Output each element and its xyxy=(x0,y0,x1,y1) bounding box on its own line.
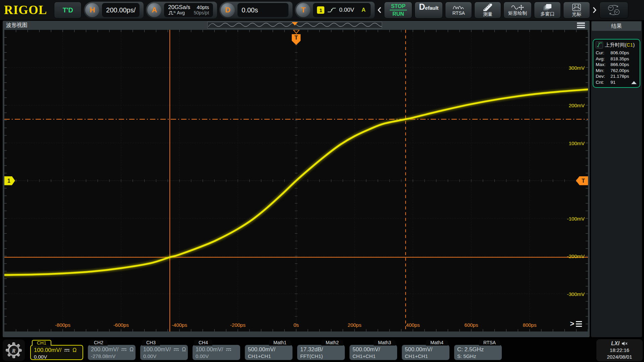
rigol-logo: RIGOL xyxy=(4,1,47,19)
channel-offset: -278.08mV xyxy=(91,353,132,359)
channel-scale: 500.00mV/ xyxy=(405,346,432,353)
channel-card[interactable]: CH2 200.00mV/ Ω -278. xyxy=(88,340,136,360)
channel-scale: 500.00mV/ xyxy=(353,346,380,353)
window-title: 波形视图 xyxy=(6,22,28,29)
swap-icon xyxy=(606,4,621,16)
channel-scale: 100.00mV/ xyxy=(34,346,61,354)
channel-offset: 0.00V xyxy=(34,354,79,360)
channel-scale: 500.00mV/ xyxy=(248,346,275,353)
waveform-overview-strip[interactable] xyxy=(207,22,382,28)
channel-card[interactable]: Math4 500.00mV/ CH1+ xyxy=(402,340,449,360)
rect-draw-icon xyxy=(511,5,524,10)
delay-value: 0.00s xyxy=(241,6,258,14)
channel-card[interactable]: CH4 100.00mV/ 0.00V xyxy=(193,340,240,360)
channel-scale: C: 2.5GHz xyxy=(457,346,484,353)
channel-card[interactable]: CH1 100.00mV/ Ω 0.00V xyxy=(30,340,83,360)
stop-run-button[interactable]: STOP RUN xyxy=(384,2,412,18)
trigger-level: 0.00V xyxy=(339,7,354,13)
rtsa-button[interactable]: RTSA xyxy=(445,2,472,18)
channel-tab[interactable]: CH1 xyxy=(32,340,51,346)
measurement-row: Dev: 21.178ps xyxy=(596,73,637,79)
acquire-knob[interactable]: A xyxy=(147,3,161,17)
bottom-bar: R CH1 100.00mV/ xyxy=(0,339,644,362)
results-panel: 结果 上升时间(C1) Cur: 806.00ps xyxy=(591,21,642,337)
expand-menu-icon[interactable]: > xyxy=(570,320,582,327)
dc-coupling-icon xyxy=(226,348,231,351)
channel-tab[interactable]: CH3 xyxy=(142,340,160,346)
rise-time-icon xyxy=(596,41,603,49)
rect-draw-button[interactable]: 矩形绘制 xyxy=(503,2,532,18)
trigger-knob[interactable]: T xyxy=(296,3,310,17)
waveform-window: 波形视图 -800ps-600ps-400ps-200ps0s200ps400p… xyxy=(3,21,590,337)
channel-offset: CH1+CH1 xyxy=(248,353,289,359)
swap-view-button[interactable] xyxy=(599,2,628,18)
measure-button[interactable]: 测量 xyxy=(474,2,501,18)
stat-label: Max: xyxy=(596,62,610,68)
channel-tab[interactable]: Math1 xyxy=(269,340,291,346)
system-info[interactable]: LXI 18:22:16 2024/08/01 xyxy=(596,339,643,361)
channel-card[interactable]: Math1 500.00mV/ CH1+ xyxy=(245,340,292,360)
stat-value: 866.00ps xyxy=(610,62,629,68)
collapse-left-chevron[interactable] xyxy=(377,2,382,18)
impedance-label: Ω xyxy=(129,346,133,353)
horizontal-settings[interactable]: H 200.00ps/ xyxy=(84,2,144,18)
channel-tab[interactable]: Math2 xyxy=(321,340,343,346)
trigger-position-marker[interactable]: T xyxy=(292,30,301,45)
x-axis-label: -400ps xyxy=(172,322,187,328)
trigger-triangle-icon xyxy=(293,30,300,34)
multi-window-button[interactable]: 多窗口 xyxy=(534,2,561,18)
default-button[interactable]: D efault xyxy=(415,2,443,18)
trigger-status-button[interactable]: T'D xyxy=(54,2,82,18)
sample-rate: 20GSa/s xyxy=(168,4,190,10)
channel-card[interactable]: Math2 17.32dB/ FFT(C xyxy=(297,340,345,360)
x-axis-label: -200ps xyxy=(230,322,246,328)
stat-value: 762.00ps xyxy=(610,68,629,74)
channel-card[interactable]: CH3 100.00mV/ Ω 0.00V xyxy=(140,340,188,360)
dc-coupling-icon xyxy=(173,348,179,351)
dc-coupling-icon xyxy=(64,349,70,352)
channel-tab[interactable]: Math3 xyxy=(374,340,395,346)
horizontal-scale: 200.00ps/ xyxy=(106,6,136,14)
waveform-window-header: 波形视图 xyxy=(3,21,590,30)
speaker-muted-icon xyxy=(622,341,628,346)
x-axis-label: -600ps xyxy=(113,322,129,328)
results-header: 结果 xyxy=(592,21,641,31)
trigger-source-badge: 1 xyxy=(317,6,324,14)
channel-card[interactable]: Math3 500.00mV/ CH1+ xyxy=(350,340,397,360)
x-axis-label: 0s xyxy=(293,322,299,328)
channel-tab[interactable]: CH2 xyxy=(90,340,108,346)
delay-settings[interactable]: D 0.00s xyxy=(219,2,292,18)
delay-knob[interactable]: D xyxy=(221,3,235,17)
channel-tab[interactable]: CH4 xyxy=(194,340,212,346)
stat-label: Avg: xyxy=(596,56,610,62)
trigger-settings[interactable]: T 1 0.00V A xyxy=(295,2,375,18)
measurement-card[interactable]: 上升时间(C1) Cur: 806.00ps Avg: 818.35ps xyxy=(593,39,640,88)
trigger-flag-icon: T xyxy=(292,34,301,45)
expand-right-chevron[interactable] xyxy=(592,2,597,18)
waveform-plot[interactable]: -800ps-600ps-400ps-200ps0s200ps400ps600p… xyxy=(4,30,588,331)
horizontal-knob[interactable]: H xyxy=(85,3,99,17)
stat-label: Dev: xyxy=(596,73,610,79)
cursor-button[interactable]: A B 光标 xyxy=(563,2,590,18)
channel-card[interactable]: RTSA C: 2.5GHz S: 5G xyxy=(454,340,502,360)
y-axis-label: 300mV xyxy=(569,65,585,70)
channel-offset: 0.00V xyxy=(196,353,237,359)
slope-icon xyxy=(327,7,336,13)
settings-gear-button[interactable]: R xyxy=(3,340,25,361)
trigger-sweep-mode: A xyxy=(362,7,366,13)
window-menu-icon[interactable] xyxy=(577,22,585,28)
acquire-settings[interactable]: A 20GSa/s N Avg 40pts 50ps/pt xyxy=(146,2,217,18)
cursor-label: 光标 xyxy=(572,12,581,17)
collapse-icon[interactable] xyxy=(631,81,637,84)
measurement-row: Min: 762.00ps xyxy=(596,68,637,74)
svg-text:A: A xyxy=(574,4,576,7)
oscilloscope-screen: RIGOL T'D H 200.00ps/ A 20GSa/s N Avg xyxy=(0,0,644,362)
multi-window-icon xyxy=(543,4,552,11)
stat-value: 21.178ps xyxy=(610,73,629,79)
default-label: D xyxy=(419,2,425,12)
channel-tab[interactable]: RTSA xyxy=(479,340,500,346)
channel-tab[interactable]: Math4 xyxy=(426,340,448,346)
avg-icon: N xyxy=(168,10,175,15)
y-axis-label: -100mV xyxy=(567,216,585,221)
overview-trigger-position-icon[interactable] xyxy=(292,22,298,25)
